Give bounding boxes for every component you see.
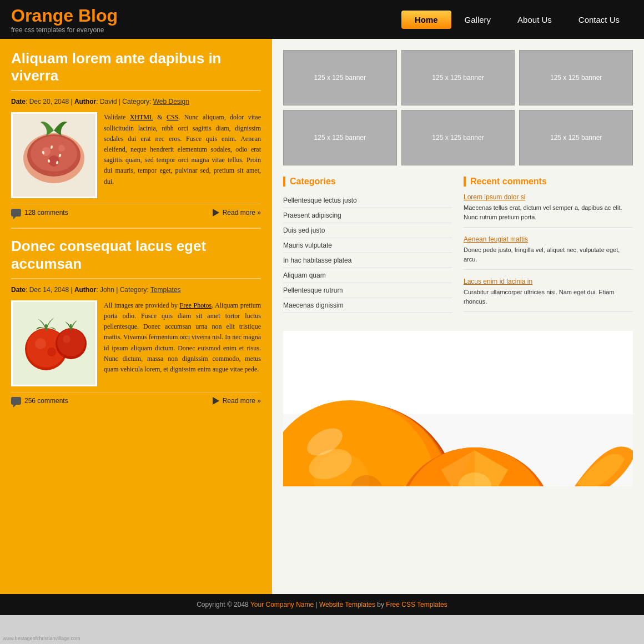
post-2-author: John [100, 286, 114, 294]
post-1-date: Dec 20, 2048 [29, 98, 69, 105]
play-icon-1 [213, 209, 219, 217]
comment-2-text: Donec pede justo, fringilla vel, aliquet… [464, 245, 633, 264]
post-2-date: Dec 14, 2048 [29, 286, 69, 294]
nav-about[interactable]: About Us [504, 11, 565, 29]
play-icon-2 [213, 397, 219, 405]
post-1-text: Validate XHTML & CSS. Nunc aliquam, dolo… [104, 112, 261, 198]
footer-templates-link[interactable]: Website Templates [319, 601, 375, 608]
post-2-text: All images are provided by Free Photos. … [104, 300, 261, 386]
xhtml-link[interactable]: XHTML [130, 113, 153, 121]
footer: Copyright © 2048 Your Company Name | Web… [0, 594, 644, 615]
banners-grid: 125 x 125 banner 125 x 125 banner 125 x … [283, 50, 633, 165]
post-1-image [11, 112, 97, 198]
category-item[interactable]: Pellentesque lectus justo [283, 193, 452, 208]
post-2-title: Donec consequat lacus eget accumsan [11, 238, 261, 279]
free-photos-link[interactable]: Free Photos [180, 301, 212, 309]
footer-css-link[interactable]: Free CSS Templates [386, 601, 447, 608]
category-item[interactable]: Praesent adipiscing [283, 208, 452, 223]
comment-entry-1: Lorem ipsum dolor si Maecenas tellus era… [464, 193, 633, 228]
comment-icon-1 [11, 209, 21, 217]
nav-contact[interactable]: Contact Us [565, 11, 633, 29]
post-2-author-label: Author [74, 286, 96, 294]
post-2-footer: 256 comments Read more » [11, 392, 261, 405]
post-2-meta: Date: Dec 14, 2048 | Author: John | Cate… [11, 286, 261, 294]
category-item[interactable]: Pellentesque rutrum [283, 283, 452, 298]
svg-point-19 [57, 329, 85, 356]
main-nav: Home Gallery About Us Contact Us [401, 11, 633, 29]
comment-3-text: Curabitur ullamcorper ultricies nisi. Na… [464, 288, 633, 306]
categories-title: Categories [283, 177, 452, 187]
site-subtitle: free css templates for everyone [11, 26, 401, 34]
nav-home[interactable]: Home [401, 11, 451, 29]
post-2-category[interactable]: Templates [150, 286, 181, 294]
post-1-read-more-label: Read more » [223, 209, 261, 217]
nav-gallery[interactable]: Gallery [451, 11, 505, 29]
comment-3-title[interactable]: Lacus enim id lacinia in [464, 278, 633, 285]
post-1-meta: Date: Dec 20, 2048 | Author: David | Cat… [11, 98, 261, 105]
post-1-comments: 128 comments [11, 209, 68, 217]
post-1-category[interactable]: Web Design [153, 98, 189, 105]
recent-comments-widget: Recent comments Lorem ipsum dolor si Mae… [464, 177, 633, 320]
post-1-content: Validate XHTML & CSS. Nunc aliquam, dolo… [11, 112, 261, 198]
banner-4[interactable]: 125 x 125 banner [283, 110, 397, 165]
main-wrapper: Aliquam lorem ante dapibus in viverra Da… [0, 39, 644, 594]
post-divider [11, 228, 261, 229]
banner-6[interactable]: 125 x 125 banner [519, 110, 633, 165]
post-2-content: All images are provided by Free Photos. … [11, 300, 261, 386]
comment-1-title[interactable]: Lorem ipsum dolor si [464, 193, 633, 201]
post-1: Aliquam lorem ante dapibus in viverra Da… [11, 50, 261, 217]
post-2-comments: 256 comments [11, 397, 68, 405]
category-list: Pellentesque lectus justo Praesent adipi… [283, 193, 452, 313]
right-column: 125 x 125 banner 125 x 125 banner 125 x … [272, 39, 644, 594]
post-1-cat-label: Category [122, 98, 149, 105]
category-item[interactable]: Mauris vulputate [283, 238, 452, 253]
css-link[interactable]: CSS [167, 113, 178, 121]
recent-comments-title: Recent comments [464, 177, 633, 187]
site-title: Orange Blog [11, 6, 401, 26]
svg-point-16 [47, 348, 56, 356]
categories-widget: Categories Pellentesque lectus justo Pra… [283, 177, 452, 320]
left-column: Aliquam lorem ante dapibus in viverra Da… [0, 39, 272, 594]
post-1-footer: 128 comments Read more » [11, 204, 261, 217]
comment-entry-2: Aenean feugiat mattis Donec pede justo, … [464, 235, 633, 270]
post-1-author-label: Author [74, 98, 96, 105]
post-1-date-label: Date [11, 98, 26, 105]
svg-rect-17 [45, 324, 47, 331]
svg-rect-21 [70, 324, 72, 330]
footer-by: by [377, 601, 384, 608]
post-1-title: Aliquam lorem ante dapibus in viverra [11, 50, 261, 91]
post-2-date-label: Date [11, 286, 26, 294]
footer-company-link[interactable]: Your Company Name [250, 601, 314, 608]
site-title-block: Orange Blog free css templates for every… [11, 6, 401, 34]
banner-1[interactable]: 125 x 125 banner [283, 50, 397, 105]
footer-copyright: Copyright © 2048 [197, 601, 249, 608]
post-2-image [11, 300, 97, 386]
category-item[interactable]: In hac habitasse platea [283, 253, 452, 268]
svg-point-20 [63, 335, 71, 343]
svg-point-15 [35, 338, 46, 349]
post-1-author: David [100, 98, 117, 105]
svg-point-5 [58, 145, 65, 152]
comment-entry-3: Lacus enim id lacinia in Curabitur ullam… [464, 278, 633, 312]
post-2-read-more[interactable]: Read more » [213, 397, 261, 405]
post-2-read-more-label: Read more » [223, 397, 261, 405]
banner-2[interactable]: 125 x 125 banner [401, 50, 515, 105]
post-1-read-more[interactable]: Read more » [213, 209, 261, 217]
comment-1-text: Maecenas tellus erat, dictum vel semper … [464, 203, 633, 222]
strawberry-image [13, 114, 95, 197]
category-item[interactable]: Aliquam quam [283, 268, 452, 283]
post-2: Donec consequat lacus eget accumsan Date… [11, 238, 261, 404]
widgets-row: Categories Pellentesque lectus justo Pra… [283, 177, 633, 320]
category-item[interactable]: Duis sed justo [283, 223, 452, 238]
comment-icon-2 [11, 397, 21, 405]
orange-decorative-image [283, 331, 633, 486]
comment-2-title[interactable]: Aenean feugiat mattis [464, 235, 633, 243]
header: Orange Blog free css templates for every… [0, 0, 644, 39]
post-2-comment-count: 256 comments [24, 397, 68, 405]
category-item[interactable]: Maecenas dignissim [283, 298, 452, 313]
banner-5[interactable]: 125 x 125 banner [401, 110, 515, 165]
post-1-comment-count: 128 comments [24, 209, 68, 217]
tomato-image [13, 302, 95, 385]
banner-3[interactable]: 125 x 125 banner [519, 50, 633, 105]
post-2-cat-label: Category [120, 286, 147, 294]
